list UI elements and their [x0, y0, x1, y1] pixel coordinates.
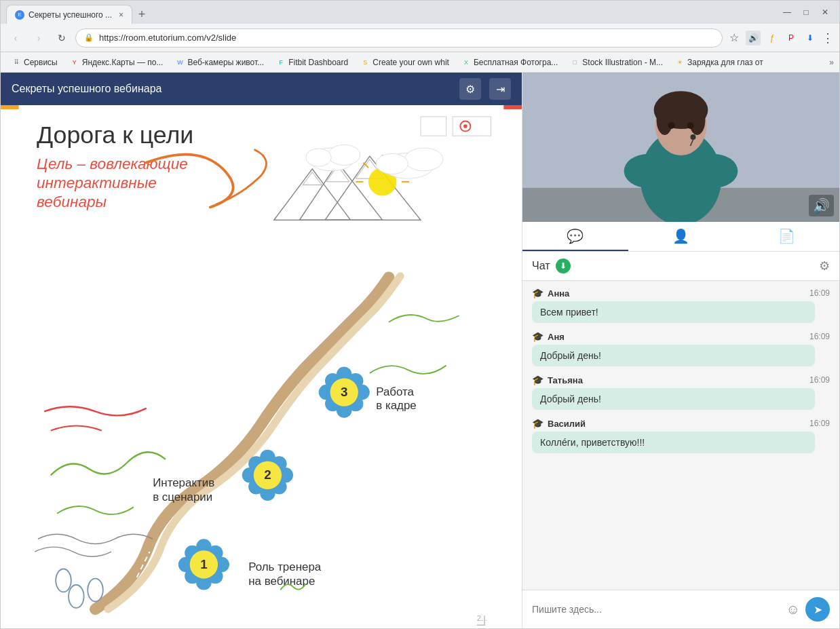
- message-bubble: Добрый день!: [532, 388, 815, 410]
- minimize-button[interactable]: —: [778, 3, 796, 21]
- reload-button[interactable]: ↻: [52, 28, 71, 47]
- panel-tabs: 💬 👤 📄: [522, 222, 839, 252]
- ext-icon-2[interactable]: ƒ: [765, 31, 780, 45]
- message-group-anna: 🎓 Анна 16:09 Всем привет!: [532, 288, 830, 323]
- message-time: 16:09: [809, 332, 830, 341]
- message-sender: 🎓 Аня 16:09: [532, 331, 830, 342]
- tab-title: Секреты успешного ...: [28, 10, 112, 20]
- svg-point-80: [687, 122, 693, 129]
- bookmark-eyes[interactable]: ☀ Зарядка для глаз от: [670, 56, 769, 69]
- message-sender: 🎓 Татьяна 16:09: [532, 375, 830, 385]
- forward-button[interactable]: ›: [29, 28, 48, 47]
- webinar-title: Секреты успешного вебинара: [12, 83, 161, 95]
- message-group-anya: 🎓 Аня 16:09 Добрый день!: [532, 331, 830, 366]
- svg-text:вебинары: вебинары: [37, 193, 107, 210]
- bookmark-label: Веб-камеры живот...: [187, 58, 264, 67]
- webinar-settings-button[interactable]: ⚙: [459, 78, 481, 100]
- bookmark-label: Яндекс.Карты — по...: [82, 58, 164, 67]
- bookmark-label: Бесплатная Фотогра...: [474, 58, 558, 67]
- sender-icon: 🎓: [532, 288, 543, 299]
- bookmarks-bar: ⠿ Сервисы Y Яндекс.Карты — по... W Веб-к…: [1, 52, 839, 73]
- bookmark-star-button[interactable]: ☆: [729, 31, 739, 44]
- message-time: 16:09: [809, 288, 830, 298]
- svg-point-23: [306, 149, 332, 166]
- fitbit-icon: F: [276, 58, 286, 67]
- webinar-panel: Секреты успешного вебинара ⚙ ⇥ Дорога к …: [1, 73, 522, 628]
- ext-icon-4[interactable]: ⬇: [803, 31, 818, 45]
- maximize-button[interactable]: □: [797, 3, 815, 21]
- ext-icon-3[interactable]: P: [784, 31, 799, 45]
- tab-area: E Секреты успешного ... × +: [6, 1, 151, 24]
- send-button[interactable]: ➤: [805, 597, 830, 622]
- sender-icon: 🎓: [532, 418, 543, 429]
- back-button[interactable]: ‹: [6, 28, 25, 47]
- ext-icon-1[interactable]: 🔊: [746, 31, 761, 45]
- speaker-icon: 🔊: [809, 195, 834, 216]
- message-time: 16:09: [809, 419, 830, 428]
- bookmark-stock[interactable]: □ Stock Illustration - M...: [565, 56, 668, 69]
- tab-close-button[interactable]: ×: [119, 10, 123, 20]
- eyes-icon: ☀: [675, 58, 685, 67]
- close-button[interactable]: ✕: [816, 3, 834, 21]
- title-bar: E Секреты успешного ... × + — □ ✕: [1, 1, 839, 24]
- svg-text:3: 3: [341, 385, 347, 399]
- sender-name: Татьяна: [548, 375, 583, 385]
- bookmarks-more-button[interactable]: »: [829, 58, 834, 67]
- extension-icons: 🔊 ƒ P ⬇: [746, 31, 818, 45]
- bookmark-fitbit[interactable]: F Fitbit Dashboard: [271, 56, 354, 69]
- sender-icon: 🎓: [532, 331, 543, 342]
- bookmark-services[interactable]: ⠿ Сервисы: [6, 56, 63, 69]
- svg-point-79: [668, 122, 675, 129]
- svg-text:1: 1: [200, 557, 207, 571]
- chat-title: Чат: [532, 260, 550, 272]
- message-group-tatyana: 🎓 Татьяна 16:09 Добрый день!: [532, 375, 830, 410]
- svg-text:в кадре: в кадре: [376, 399, 417, 412]
- bookmark-webcam[interactable]: W Веб-камеры живот...: [170, 56, 269, 69]
- webinar-header: Секреты успешного вебинара ⚙ ⇥: [1, 73, 522, 105]
- tab-users[interactable]: 👤: [628, 222, 734, 251]
- address-bar: ‹ › ↻ 🔒 https://room.etutorium.com/v2/sl…: [1, 24, 839, 52]
- svg-text:Работа: Работа: [376, 385, 414, 398]
- bookmark-label: Зарядка для глаз от: [687, 58, 763, 67]
- bookmark-yandex[interactable]: Y Яндекс.Карты — по...: [64, 56, 169, 69]
- chat-settings-button[interactable]: ⚙: [819, 259, 830, 273]
- right-panel: 🔊 💬 👤 📄 Чат ⬇ ⚙ 🎓: [522, 73, 839, 628]
- svg-text:интерактивные: интерактивные: [37, 174, 157, 191]
- svg-point-81: [690, 134, 695, 140]
- message-time: 16:09: [809, 375, 830, 385]
- svg-text:2...: 2...: [477, 614, 488, 622]
- svg-point-83: [624, 154, 672, 188]
- sender-name: Аня: [548, 332, 565, 342]
- new-tab-button[interactable]: +: [132, 5, 151, 24]
- stock-icon: □: [570, 58, 579, 67]
- lock-icon: 🔒: [84, 33, 94, 42]
- svg-point-26: [376, 153, 408, 174]
- bookmark-label: Сервисы: [24, 58, 58, 67]
- bookmark-createown[interactable]: S Create your own whit: [355, 56, 455, 69]
- emoji-button[interactable]: ☺: [786, 602, 800, 617]
- tab-docs[interactable]: 📄: [733, 222, 839, 251]
- messages-list: 🎓 Анна 16:09 Всем привет! 🎓 Аня 16:09: [522, 281, 839, 590]
- message-sender: 🎓 Василий 16:09: [532, 418, 830, 429]
- bookmark-label: Stock Illustration - M...: [582, 58, 663, 67]
- sender-icon: 🎓: [532, 375, 543, 385]
- chat-download-button[interactable]: ⬇: [556, 259, 571, 273]
- active-tab[interactable]: E Секреты успешного ... ×: [6, 5, 132, 24]
- sender-name: Василий: [548, 419, 586, 429]
- main-content: Секреты успешного вебинара ⚙ ⇥ Дорога к …: [1, 73, 839, 628]
- svg-text:Дорога к цели: Дорога к цели: [37, 121, 193, 149]
- bookmark-photo[interactable]: X Бесплатная Фотогра...: [456, 56, 563, 69]
- chrome-menu-button[interactable]: ⋮: [822, 31, 834, 45]
- address-input[interactable]: 🔒 https://room.etutorium.com/v2/slide: [75, 28, 723, 47]
- webinar-exit-button[interactable]: ⇥: [489, 78, 511, 100]
- yandex-icon: Y: [70, 58, 79, 67]
- bookmark-label: Create your own whit: [373, 58, 449, 67]
- svg-point-78: [689, 105, 705, 135]
- message-bubble: Коллéги, приветствую!!!: [532, 432, 815, 453]
- chat-input[interactable]: [532, 604, 781, 615]
- svg-point-77: [657, 105, 673, 135]
- svg-text:в сценарии: в сценарии: [153, 491, 212, 503]
- chat-input-area: ☺ ➤: [522, 590, 839, 628]
- slide-illustration: Дорога к цели Цель – вовлекающие интерак…: [1, 105, 522, 628]
- tab-chat[interactable]: 💬: [522, 222, 628, 251]
